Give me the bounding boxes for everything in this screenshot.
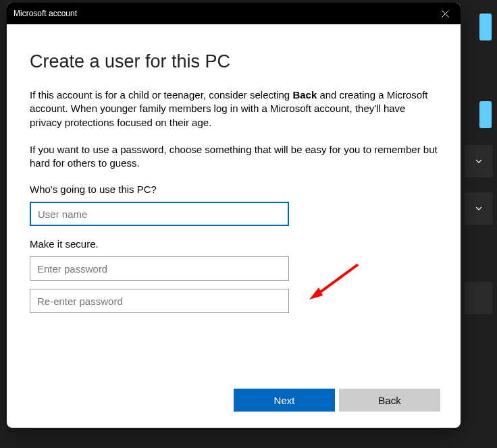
intro-text: If this account is for a child or teenag… [30, 89, 292, 101]
dialog-content: Create a user for this PC If this accoun… [7, 24, 461, 313]
intro-paragraph-1: If this account is for a child or teenag… [30, 88, 438, 130]
titlebar: Microsoft account [7, 3, 461, 24]
back-button[interactable]: Back [339, 389, 440, 412]
secure-label: Make it secure. [30, 238, 438, 250]
bg-expander[interactable] [465, 145, 493, 177]
username-label: Who's going to use this PC? [30, 184, 438, 195]
bg-panel [465, 282, 493, 314]
window-title: Microsoft account [14, 9, 77, 18]
next-button[interactable]: Next [234, 389, 335, 412]
password-input[interactable] [30, 256, 289, 281]
bg-expander[interactable] [465, 192, 493, 225]
close-button[interactable] [429, 3, 461, 24]
dialog-footer: Next Back [234, 389, 440, 412]
page-title: Create a user for this PC [30, 51, 438, 72]
password-confirm-input[interactable] [30, 289, 289, 313]
chevron-down-icon [475, 157, 483, 165]
bg-accent-tile [479, 101, 492, 128]
chevron-down-icon [475, 204, 483, 213]
username-input[interactable] [30, 202, 289, 226]
account-dialog: Microsoft account Create a user for this… [7, 3, 461, 428]
intro-paragraph-2: If you want to use a password, choose so… [30, 143, 438, 171]
bg-accent-tile [479, 13, 492, 40]
close-icon [442, 10, 449, 18]
intro-bold: Back [292, 89, 317, 101]
